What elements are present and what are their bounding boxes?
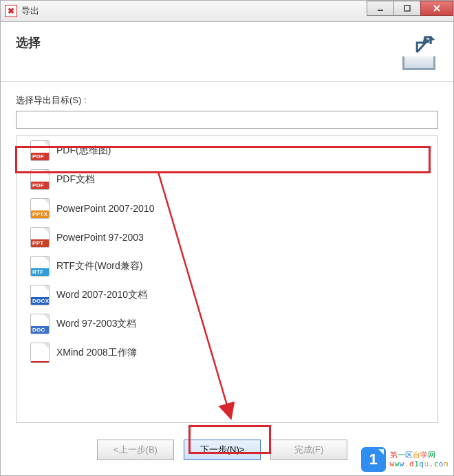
finish-button[interactable]: 完成(F) xyxy=(270,440,347,460)
pdf-file-icon: PDF xyxy=(30,169,50,190)
ppt-file-icon: PPT xyxy=(30,227,50,248)
xmind-file-icon xyxy=(30,343,50,363)
export-target-input[interactable] xyxy=(16,111,438,129)
doc-file-icon: DOC xyxy=(30,314,50,334)
pptx-file-icon: PPTX xyxy=(30,198,50,219)
list-item-label: Word 2007-2010文档 xyxy=(56,289,147,301)
dialog-body: 选择 选择导出目标(S) : PDFPDF(思维图)PDFPDF文档PPTXPo… xyxy=(0,22,454,476)
window-title: 导出 xyxy=(21,5,39,17)
page-title: 选择 xyxy=(16,34,41,51)
minimize-button[interactable] xyxy=(367,1,394,16)
list-item[interactable]: DOCXWord 2007-2010文档 xyxy=(17,281,437,310)
list-item-label: PowerPoint 97-2003 xyxy=(56,232,144,243)
window-controls xyxy=(367,1,453,17)
list-item-label: PDF文档 xyxy=(56,173,95,186)
content-area: 选择导出目标(S) : PDFPDF(思维图)PDFPDF文档PPTXPower… xyxy=(1,82,453,429)
list-item-label: PDF(思维图) xyxy=(56,144,111,157)
svg-rect-0 xyxy=(378,10,383,11)
list-item[interactable]: RTFRTF文件(Word兼容) xyxy=(17,252,437,281)
list-item[interactable]: PDFPDF(思维图) xyxy=(17,136,437,165)
list-item-label: PowerPoint 2007-2010 xyxy=(56,203,154,214)
dialog-footer: <上一步(B) 下一步(N)> 完成(F) 取消 xyxy=(1,429,453,475)
app-icon: ✖ xyxy=(5,5,17,17)
dialog-header: 选择 xyxy=(1,22,453,82)
pdf-file-icon: PDF xyxy=(30,140,50,161)
list-item[interactable]: PPTPowerPoint 97-2003 xyxy=(17,223,437,252)
export-icon xyxy=(400,34,438,70)
list-item[interactable]: PDFPDF文档 xyxy=(17,165,437,194)
list-item-label: Word 97-2003文档 xyxy=(56,318,136,330)
list-item-label: XMind 2008工作簿 xyxy=(56,347,137,359)
field-label: 选择导出目标(S) : xyxy=(16,94,438,107)
export-format-list[interactable]: PDFPDF(思维图)PDFPDF文档PPTXPowerPoint 2007-2… xyxy=(16,136,438,423)
list-item[interactable]: PPTXPowerPoint 2007-2010 xyxy=(17,194,437,223)
maximize-button[interactable] xyxy=(393,1,421,16)
list-item[interactable]: XMind 2008工作簿 xyxy=(17,338,437,367)
docx-file-icon: DOCX xyxy=(30,285,50,305)
list-item[interactable]: DOCWord 97-2003文档 xyxy=(17,310,437,338)
list-item-label: RTF文件(Word兼容) xyxy=(56,260,142,272)
rtf-file-icon: RTF xyxy=(30,256,50,277)
titlebar: ✖ 导出 xyxy=(0,0,454,22)
next-button[interactable]: 下一步(N)> xyxy=(184,440,261,460)
close-button[interactable] xyxy=(420,1,453,16)
back-button[interactable]: <上一步(B) xyxy=(97,440,174,460)
svg-rect-1 xyxy=(404,6,410,11)
